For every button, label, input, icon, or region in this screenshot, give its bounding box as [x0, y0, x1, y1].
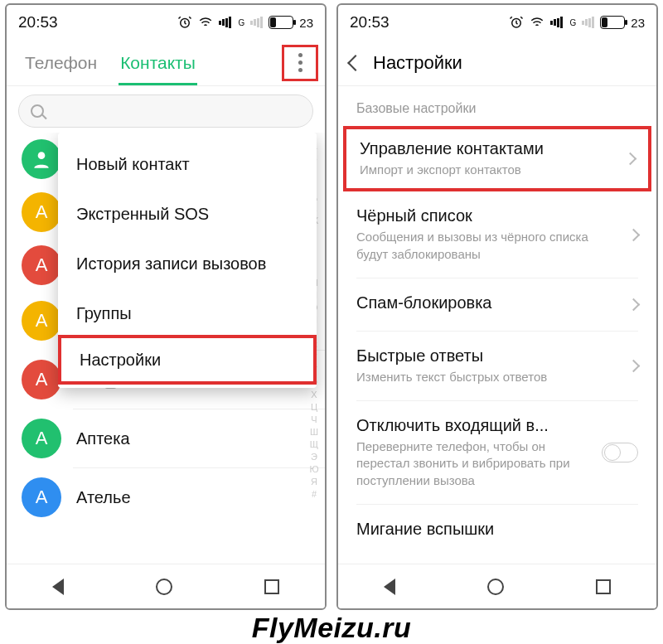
back-icon[interactable] — [347, 55, 364, 71]
overflow-menu-button[interactable] — [282, 45, 318, 81]
nav-recent-icon[interactable] — [596, 579, 611, 594]
setting-spam-block[interactable]: Спам-блокировка — [338, 282, 656, 327]
page-title: Настройки — [373, 52, 462, 74]
contact-avatar: А — [22, 419, 61, 458]
contact-avatar — [22, 139, 61, 179]
nav-back-icon[interactable] — [52, 579, 64, 595]
setting-subtitle: Импорт и экспорт контактов — [360, 162, 601, 178]
wifi-icon — [530, 15, 544, 30]
nav-home-icon[interactable] — [156, 579, 172, 595]
setting-title: Управление контактами — [360, 139, 601, 158]
right-phone-settings: 20:53 G 23 Настройки — [336, 3, 658, 610]
chevron-right-icon — [624, 153, 637, 166]
setting-flip-to-mute[interactable]: Отключить входящий в... Переверните теле… — [338, 404, 656, 501]
search-input[interactable] — [18, 94, 313, 128]
signal-2-icon — [582, 17, 594, 28]
status-icons: G 23 — [177, 15, 313, 30]
contact-name: Аптека — [76, 429, 130, 448]
settings-header: Настройки — [338, 40, 656, 86]
svg-point-1 — [38, 152, 46, 159]
setting-title: Быстрые ответы — [356, 346, 604, 366]
status-time: 20:53 — [350, 13, 390, 31]
setting-title: Мигание вспышки — [356, 520, 613, 539]
setting-subtitle: Переверните телефон, чтобы он перестал з… — [356, 438, 577, 489]
signal-1-icon — [219, 17, 231, 28]
battery-number: 23 — [631, 16, 645, 30]
search-icon — [31, 104, 44, 118]
contact-avatar: А — [22, 477, 61, 517]
signal-1-icon — [550, 17, 563, 28]
battery-icon — [269, 16, 293, 29]
setting-subtitle: Сообщения и вызовы из чёрного списка буд… — [356, 229, 604, 263]
setting-quick-replies[interactable]: Быстрые ответы Изменить текст быстрых от… — [338, 335, 656, 397]
nav-home-icon[interactable] — [487, 579, 504, 595]
setting-flash-blink[interactable]: Мигание вспышки — [338, 508, 656, 554]
system-navbar — [7, 564, 325, 608]
toggle-switch[interactable] — [602, 443, 638, 462]
wifi-icon — [198, 15, 213, 30]
menu-groups[interactable]: Группы — [58, 288, 317, 338]
chevron-right-icon — [627, 298, 641, 311]
alarm-icon — [509, 15, 524, 30]
network-type: G — [570, 18, 577, 27]
battery-number: 23 — [299, 16, 313, 30]
left-phone-contacts: 20:53 G 23 Телефон Кон — [5, 3, 327, 610]
contact-avatar: A — [22, 192, 61, 232]
menu-settings[interactable]: Настройки — [58, 335, 317, 385]
tab-contacts[interactable]: Контакты — [109, 40, 207, 85]
chevron-right-icon — [627, 228, 641, 241]
setting-title: Спам-блокировка — [356, 293, 604, 312]
setting-manage-contacts[interactable]: Управление контактами Импорт и экспорт к… — [343, 126, 651, 191]
section-label: Базовые настройки — [338, 86, 656, 123]
setting-subtitle: Изменить текст быстрых ответов — [356, 369, 604, 385]
contacts-list[interactable]: A А А Андрей1 А АО1 А Аптека А Ателье — [7, 133, 325, 564]
contact-avatar: А — [22, 360, 61, 399]
overflow-menu: Новый контакт Экстренный SOS История зап… — [58, 133, 317, 388]
setting-title: Чёрный список — [356, 206, 604, 225]
network-type: G — [239, 18, 245, 27]
nav-recent-icon[interactable] — [264, 579, 279, 594]
contact-avatar: А — [22, 245, 61, 285]
status-time: 20:53 — [18, 13, 58, 31]
status-bar: 20:53 G 23 — [338, 5, 656, 40]
tabs-header: Телефон Контакты — [7, 40, 325, 86]
alarm-icon — [177, 15, 192, 30]
setting-blacklist[interactable]: Чёрный список Сообщения и вызовы из чёрн… — [338, 195, 656, 274]
tab-phone[interactable]: Телефон — [13, 40, 109, 85]
nav-back-icon[interactable] — [384, 579, 395, 595]
watermark: FlyMeizu.ru — [0, 612, 663, 644]
status-icons: G 23 — [509, 15, 645, 30]
kebab-icon — [298, 53, 302, 72]
signal-2-icon — [250, 17, 263, 28]
menu-call-history[interactable]: История записи вызовов — [58, 239, 317, 288]
search-row — [7, 86, 325, 133]
contact-avatar: А — [22, 301, 61, 341]
menu-emergency-sos[interactable]: Экстренный SOS — [58, 189, 317, 239]
status-bar: 20:53 G 23 — [7, 5, 325, 40]
battery-icon — [600, 16, 625, 29]
system-navbar — [338, 564, 656, 608]
chevron-right-icon — [627, 360, 641, 373]
menu-new-contact[interactable]: Новый контакт — [58, 139, 317, 189]
setting-title: Отключить входящий в... — [356, 416, 577, 435]
contact-name: Ателье — [76, 488, 131, 507]
